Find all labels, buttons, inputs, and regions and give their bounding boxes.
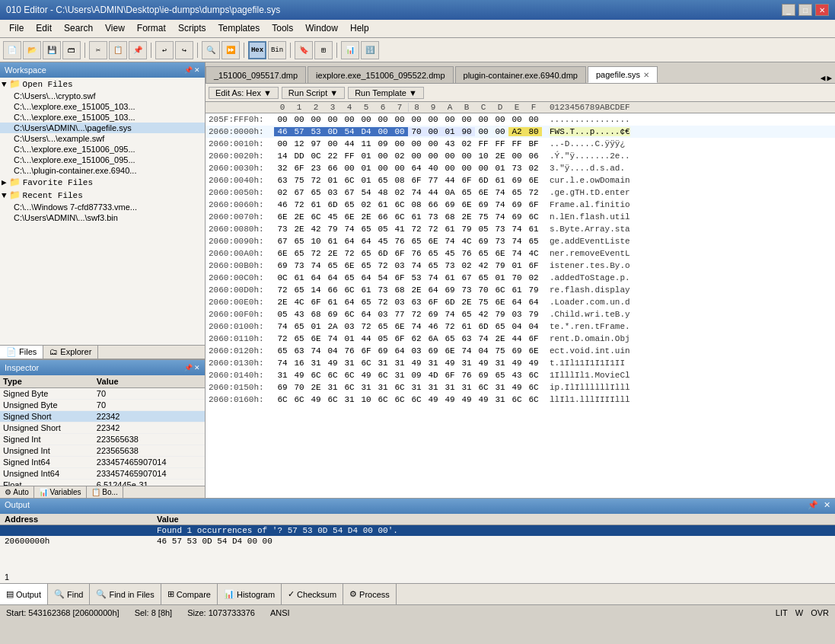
- file-item[interactable]: C:\...\explore.exe_151005_103...: [0, 112, 205, 123]
- inspector-tab-variables[interactable]: 📊 Variables: [34, 486, 87, 498]
- file-tab-dmp2[interactable]: iexplore.exe_151006_095522.dmp: [308, 66, 453, 83]
- file-item[interactable]: C:\Users\...\crypto.swf: [0, 91, 205, 101]
- inspector-type: Float: [0, 480, 94, 486]
- output-close-button[interactable]: ✕: [824, 500, 830, 509]
- inspector-tabs: ⚙ Auto 📊 Variables 📋 Bo...: [0, 486, 205, 498]
- hex-bytes-row: 14DD0C22FF01000200000000102E0006: [274, 151, 542, 161]
- status-start: Start: 543162368 [20600000h]: [6, 608, 120, 617]
- workspace-close-button[interactable]: ✕: [194, 66, 200, 74]
- file-item[interactable]: C:\Users\...\example.swf: [0, 133, 205, 144]
- workspace-header: Workspace 📌 ✕: [0, 62, 205, 78]
- save-all-button[interactable]: 🗃: [62, 41, 81, 59]
- inspector-type: Unsigned Int64: [0, 468, 94, 480]
- find-next-button[interactable]: ⏩: [221, 41, 240, 59]
- bottom-tab-histogram[interactable]: 📊 Histogram: [218, 584, 282, 604]
- inspector-pin-button[interactable]: 📌: [184, 364, 193, 371]
- bottom-tab-compare[interactable]: ⊞ Compare: [161, 584, 218, 604]
- file-item[interactable]: C:\...\Windows 7-cfd87733.vme...: [0, 202, 205, 212]
- file-tab-pagefile[interactable]: pagefile.sys ✕: [588, 66, 658, 83]
- bottom-tab-find[interactable]: 🔍 Find: [48, 584, 90, 604]
- inspector-panel: Inspector 📌 ✕ Type Value: [0, 359, 205, 498]
- chart-button[interactable]: 📊: [341, 41, 359, 59]
- hex-ascii-text: ect.void.int.uin: [550, 346, 630, 355]
- file-item[interactable]: C:\Users\ADMIN\...\pagefile.sys: [0, 123, 205, 133]
- bottom-tab-find-in-files[interactable]: 🔍 Find in Files: [90, 584, 161, 604]
- output-pin-button[interactable]: 📌: [808, 500, 818, 509]
- status-w: W: [795, 608, 803, 617]
- file-tab-dmp3[interactable]: plugin-container.exe.6940.dmp: [455, 66, 586, 83]
- new-button[interactable]: 📄: [3, 41, 21, 59]
- cut-button[interactable]: ✂: [89, 41, 107, 59]
- minimize-button[interactable]: _: [782, 4, 795, 16]
- menu-view[interactable]: View: [99, 21, 131, 36]
- close-button[interactable]: ✕: [815, 4, 829, 16]
- bottom-tab-checksum[interactable]: ✓ Checksum: [282, 584, 343, 604]
- inspector-close-button[interactable]: ✕: [194, 364, 200, 371]
- bookmark-button[interactable]: 🔖: [295, 41, 313, 59]
- menu-help[interactable]: Help: [344, 21, 375, 36]
- save-button[interactable]: 💾: [43, 41, 61, 59]
- undo-button[interactable]: ↩: [155, 41, 174, 59]
- calc-button[interactable]: 🔢: [361, 41, 379, 59]
- menu-tools[interactable]: Tools: [266, 21, 299, 36]
- workspace-pin-button[interactable]: 📌: [184, 66, 193, 74]
- menu-window[interactable]: Window: [299, 21, 344, 36]
- copy-button[interactable]: 📋: [109, 41, 127, 59]
- inspector-tab-bo[interactable]: 📋 Bo...: [87, 486, 123, 498]
- file-item[interactable]: C:\...\explore.exe_151006_095...: [0, 155, 205, 165]
- output-value: Found 1 occurrences of '? 57 53 0D 54 D4…: [152, 525, 835, 537]
- tab-explorer[interactable]: 🗂 Explorer: [43, 346, 98, 359]
- file-item[interactable]: C:\...\plugin-container.exe.6940...: [0, 165, 205, 176]
- inspector-value: 70: [94, 400, 205, 411]
- menu-templates[interactable]: Templates: [212, 21, 266, 36]
- menu-scripts[interactable]: Scripts: [172, 21, 212, 36]
- paste-button[interactable]: 📌: [129, 41, 147, 59]
- tab-files[interactable]: 📄 Files: [0, 346, 43, 359]
- hex-ascii-text: ..-D.....C.ÿÿÿ¿: [550, 139, 625, 148]
- menu-format[interactable]: Format: [131, 21, 172, 36]
- hex-row: 2060:0030h: 326F236600010000644000000001…: [206, 162, 835, 174]
- file-item[interactable]: C:\...\explore.exe_151005_103...: [0, 101, 205, 112]
- find-button[interactable]: 🔍: [202, 41, 220, 59]
- inspector-type: Signed Byte: [0, 388, 94, 400]
- menu-edit[interactable]: Edit: [30, 21, 58, 36]
- open-files-folder[interactable]: ▼ 📁 Open Files: [0, 78, 205, 91]
- hex-col-d: D: [492, 103, 508, 112]
- open-files-label: Open Files: [23, 80, 73, 89]
- tab-close-button[interactable]: ✕: [643, 71, 649, 79]
- tab-scroll-right[interactable]: ▶: [827, 73, 832, 83]
- hex-row: 2060:0050h: 026765036754480274440A656E74…: [206, 187, 835, 199]
- inspector-tab-auto[interactable]: ⚙ Auto: [0, 486, 34, 498]
- tab-scroll-left[interactable]: ◀: [821, 73, 826, 83]
- recent-files-folder[interactable]: ▼ 📁 Recent Files: [0, 189, 205, 202]
- open-button[interactable]: 📂: [23, 41, 41, 59]
- maximize-button[interactable]: □: [798, 4, 812, 16]
- hex-view-button[interactable]: Hex: [248, 41, 266, 59]
- menu-search[interactable]: Search: [58, 21, 99, 36]
- hex-address: 2060:00A0h:: [206, 249, 274, 258]
- menu-file[interactable]: File: [3, 21, 30, 36]
- compare-button[interactable]: ⊞: [314, 41, 333, 59]
- hex-bytes-row: 001297004411090000004302FFFFFFBF: [274, 139, 542, 148]
- bottom-tab-process[interactable]: ⚙ Process: [343, 584, 397, 604]
- output-address: [0, 525, 152, 537]
- edit-as-hex-button[interactable]: Edit As: Hex ▼: [209, 87, 279, 99]
- file-item[interactable]: C:\Users\ADMIN\...\swf3.bin: [0, 212, 205, 223]
- file-tab-dmp1[interactable]: _151006_095517.dmp: [206, 66, 306, 83]
- hex-bytes-row: 4657530D54D40000700001900000A280: [274, 127, 542, 136]
- run-template-button[interactable]: Run Template ▼: [348, 87, 424, 99]
- run-script-button[interactable]: Run Script ▼: [282, 87, 345, 99]
- redo-button[interactable]: ↪: [175, 41, 193, 59]
- inspector-value: 6.512445e-31: [94, 480, 205, 486]
- hex-col-e: E: [508, 103, 525, 112]
- hex-content[interactable]: 205F:FFF0h: 0000000000000000000000000000…: [206, 113, 835, 498]
- output-value-header: Value: [152, 514, 835, 525]
- bottom-tab-output[interactable]: ▤ Output: [0, 584, 48, 604]
- hex-address: 2060:0050h:: [206, 188, 274, 197]
- hex-col-3: 3: [324, 103, 341, 112]
- binary-view-button[interactable]: Bin: [268, 41, 286, 59]
- hex-bytes-row: 4672616D6502616C0866696E6974696F: [274, 200, 542, 209]
- hex-column-headers: 0 1 2 3 4 5 6 7 8 9 A B C D E F 0: [206, 102, 835, 113]
- favorite-files-folder[interactable]: ▶ 📁 Favorite Files: [0, 176, 205, 189]
- file-item[interactable]: C:\...\explore.exe_151006_095...: [0, 144, 205, 155]
